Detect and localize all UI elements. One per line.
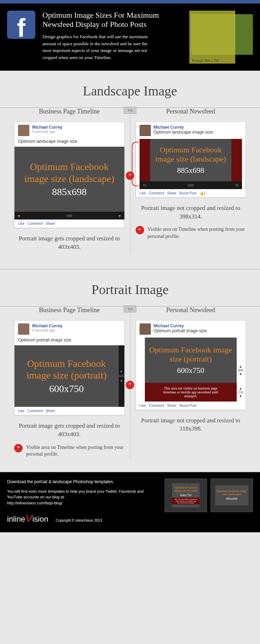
- diagram-portrait-label: Portrait: 600 x 750: [192, 59, 219, 63]
- template-thumb-landscape: Optimum Facebook image size (landscape)8…: [211, 479, 253, 512]
- page-title: Optimum Image Sizes For Maximum Newsfeed…: [42, 11, 182, 29]
- post-caption: Optimum landscape image size.: [14, 139, 124, 147]
- hidden-area-note: This area not visible on business page t…: [145, 383, 237, 402]
- footer-url[interactable]: http://inlinevision.com/faqs-blog/: [7, 500, 159, 506]
- post-actions[interactable]: Like · Comment · Share: [14, 407, 124, 415]
- dimension-bar-vertical: ▲600▼: [119, 345, 124, 407]
- arrow-right-icon: ►: [118, 213, 122, 218]
- post-card: Michael Currey Optimum landscape image s…: [136, 122, 246, 198]
- post-author: Michael Currey: [154, 125, 214, 130]
- star-badge-icon: *: [126, 381, 134, 389]
- side-width: 94: [143, 183, 146, 187]
- side-width: 94: [235, 183, 238, 187]
- image-label: Optimum Facebook image size (landscape): [18, 161, 121, 185]
- footer: Download the portrait & landscape Photos…: [0, 472, 260, 533]
- template-thumb-portrait: Optimum Facebook image size (portrait)60…: [165, 479, 207, 512]
- size-diagram: Landscape: 885 x 698 Portrait: 600 x 750: [189, 11, 253, 64]
- width-label: 698: [66, 213, 72, 218]
- portrait-right-caption: Portrait image not cropped and resized t…: [136, 416, 246, 433]
- avatar: [140, 125, 151, 136]
- post-card: Michael Currey 4 seconds ago Optimum lan…: [14, 122, 125, 228]
- image-label: Optimum Facebook image size (portrait): [147, 345, 235, 364]
- landscape-left-caption: Portrait image gets cropped and resized …: [14, 234, 125, 251]
- footer-desc: You will find even more templates to hel…: [7, 488, 159, 500]
- post-author: Michael Currey: [32, 323, 63, 328]
- arrow-left-icon: ◄: [17, 213, 20, 218]
- image-label: Optimum Facebook image size (landscape): [152, 145, 230, 164]
- post-author: Michael Currey: [32, 125, 63, 130]
- vs-badge: VS: [124, 107, 136, 114]
- post-actions[interactable]: Like · Comment · Share · Boost Post · 👍1: [136, 189, 246, 197]
- post-caption: Optimum landscape image size.: [154, 130, 214, 135]
- landscape-right-caption: Portrait image not cropped and resized t…: [136, 204, 246, 221]
- top-bar: [0, 0, 260, 4]
- star-badge-icon: *: [136, 226, 144, 234]
- star-note-text: Visible area on Timeline when posting fr…: [26, 444, 125, 458]
- post-card: Michael Currey 4 seconds ago Optimum por…: [14, 320, 125, 415]
- star-badge-icon: *: [126, 171, 134, 180]
- avatar: [18, 125, 29, 136]
- landscape-section-title: Landscape Image: [0, 71, 260, 107]
- post-actions[interactable]: Like · Comment · Share: [14, 219, 124, 228]
- star-note-text: Visible area on Timeline when posting fr…: [148, 226, 246, 240]
- image-dims: 885x698: [18, 186, 121, 198]
- image-dims: 600x750: [18, 383, 115, 394]
- vs-badge: VS: [124, 305, 136, 312]
- portrait-left-title: Business Page Timeline: [14, 306, 125, 314]
- header-desc: Design graphics for Facebook that will u…: [42, 33, 152, 61]
- post-actions[interactable]: Like · Comment · Share · Boost Post ·: [136, 402, 246, 410]
- post-time: 4 seconds ago: [32, 328, 63, 332]
- star-badge-icon: *: [14, 444, 23, 452]
- avatar: [140, 323, 151, 335]
- landscape-right-title: Personal Newsfeed: [136, 108, 246, 115]
- post-time: 4 seconds ago: [32, 130, 63, 134]
- image-dims: 600x750: [147, 366, 235, 375]
- post-caption: Optimum portrait image size.: [154, 328, 208, 333]
- image-dims: 885x698: [152, 166, 230, 175]
- crop-bar-left: [140, 139, 150, 181]
- portrait-comparison: VS * Business Page Timeline Michael Curr…: [0, 306, 260, 468]
- landscape-left-title: Business Page Timeline: [14, 108, 125, 115]
- landscape-comparison: VS * Business Page Timeline Michael Curr…: [0, 108, 260, 265]
- avatar: [18, 323, 29, 335]
- crop-bar-right: [231, 139, 242, 181]
- crop-indicator: [132, 142, 139, 186]
- post-card: Michael Currey Optimum portrait image si…: [136, 320, 246, 410]
- post-author: Michael Currey: [154, 323, 208, 328]
- portrait-left-caption: Portrait image gets cropped and resized …: [14, 422, 125, 439]
- portrait-right-title: Personal Newsfeed: [136, 306, 246, 314]
- post-caption: Optimum portrait image size.: [14, 338, 124, 345]
- image-label: Optimum Facebook image size (portrait): [18, 358, 115, 381]
- width-label: 698: [188, 183, 194, 187]
- facebook-icon: f: [7, 11, 35, 39]
- dimension-bar: ◄ 698 ►: [14, 212, 124, 219]
- portrait-section-title: Portrait Image: [0, 269, 260, 306]
- download-text: Download the portrait & landscape Photos…: [7, 479, 159, 485]
- brand-logo: inlineVision Copyright © inlineVision 20…: [7, 510, 159, 526]
- header: f Optimum Image Sizes For Maximum Newsfe…: [0, 4, 260, 71]
- diagram-landscape-label: Landscape: 885 x 698: [251, 14, 255, 42]
